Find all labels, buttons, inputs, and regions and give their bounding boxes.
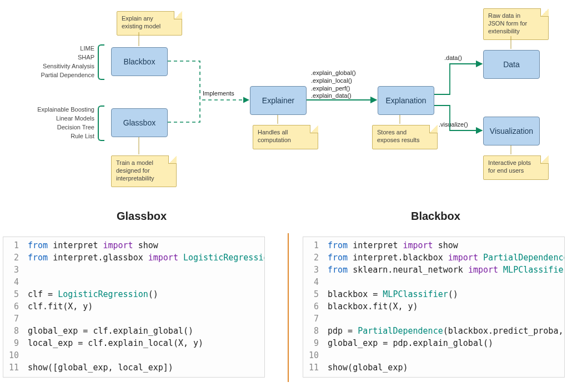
blackbox-examples-list: LIME SHAP Sensitivity Analysis Partial D… [28,44,94,80]
glassbox-gutter: 1 2 3 4 5 6 7 8 9 10 11 [3,239,22,374]
edge-label-visualize: .visualize() [439,121,468,128]
explanation-node: Explanation [378,86,434,115]
glassbox-examples-list: Explainable Boosting Linear Models Decis… [28,105,94,141]
note-stores-exposes: Stores andexposes results [372,125,438,149]
explainer-node: Explainer [250,86,307,115]
blackbox-title: Blackbox [411,210,460,223]
edge-label-data: .data() [444,54,462,61]
edge-label-implements: Implements [203,90,234,97]
visualization-node: Visualization [483,117,540,145]
edge-label-methods: .explain_global().explain_local().explai… [311,69,356,100]
code-panes: Glassbox Blackbox 1 2 3 4 5 6 7 8 9 10 1… [0,210,572,388]
note-train-interpret: Train a modeldesigned forinterpretabilit… [111,155,177,187]
note-raw-json: Raw data inJSON form forextensibility [483,8,549,40]
vertical-divider [288,233,289,382]
data-node: Data [483,50,540,79]
blackbox-code: 1 2 3 4 5 6 7 8 9 10 11 from interpret i… [303,237,565,378]
glassbox-code: 1 2 3 4 5 6 7 8 9 10 11 from interpret i… [3,237,265,378]
blackbox-gutter: 1 2 3 4 5 6 7 8 9 10 11 [303,239,322,374]
blackbox-source: from interpret import show from interpre… [328,239,561,374]
blackbox-node: Blackbox [111,47,168,76]
note-explain-any: Explain anyexisting model [117,11,182,36]
glassbox-node: Glassbox [111,108,168,137]
architecture-diagram: LIME SHAP Sensitivity Analysis Partial D… [0,0,572,205]
glassbox-source: from interpret import show from interpre… [28,239,261,374]
note-interactive-plots: Interactive plotsfor end users [483,155,549,180]
note-handles-compute: Handles allcomputation [253,125,318,149]
glassbox-title: Glassbox [117,210,167,223]
